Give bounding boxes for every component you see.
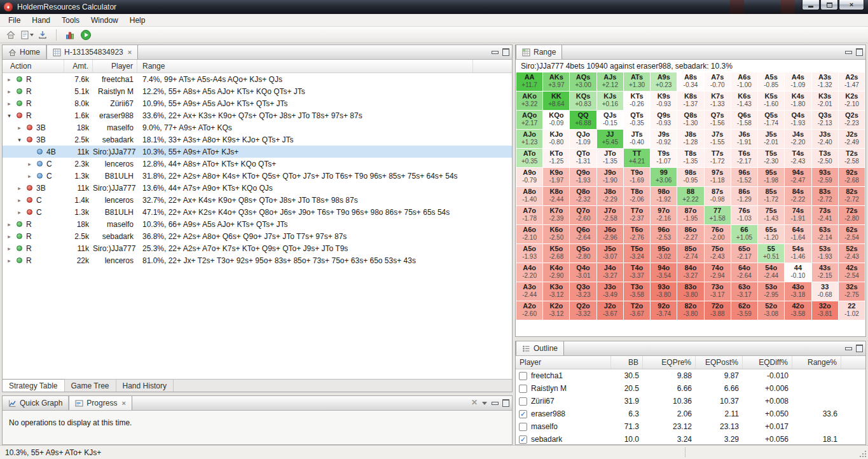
range-cell-52o[interactable]: 52o-3.08: [758, 301, 784, 320]
range-cell-T3o[interactable]: T3o-3.58: [624, 282, 650, 301]
column-header-action[interactable]: Action: [3, 60, 64, 72]
tab-quick-graph[interactable]: Quick Graph: [3, 396, 69, 410]
range-cell-AQo[interactable]: AQo+2.17: [516, 111, 542, 129]
range-cell-86o[interactable]: 86o-2.27: [677, 225, 703, 243]
outline-row[interactable]: ✓sebadark10.03.243.29+0.05618.1: [516, 433, 865, 445]
column-header-eqpre[interactable]: EQPre%: [643, 356, 696, 369]
range-cell-Q9s[interactable]: Q9s-0.93: [651, 111, 677, 129]
range-cell-65s[interactable]: 65s-1.20: [758, 225, 784, 243]
column-header-amt[interactable]: Amt.: [64, 60, 93, 72]
range-cell-K3s[interactable]: K3s-2.01: [812, 92, 838, 110]
range-cell-KTo[interactable]: KTo-1.25: [543, 149, 569, 167]
range-cell-K7s[interactable]: K7s-1.33: [705, 92, 731, 110]
range-cell-A4o[interactable]: A4o-2.20: [516, 263, 542, 282]
range-cell-A5o[interactable]: A5o-1.93: [516, 244, 542, 263]
range-cell-T4s[interactable]: T4s-2.43: [785, 149, 811, 167]
range-cell-K7o[interactable]: K7o-2.39: [543, 206, 569, 224]
export-button[interactable]: [36, 28, 50, 42]
range-cell-J2s[interactable]: J2s-2.49: [839, 130, 865, 148]
range-cell-52s[interactable]: 52s-2.43: [839, 244, 865, 263]
range-cell-54o[interactable]: 54o-2.44: [758, 263, 784, 282]
strategy-row[interactable]: ▸3B11kSiro:)JJa77713.6%, 44+ A7s+ A9o+ K…: [3, 182, 512, 194]
range-cell-22[interactable]: 22-1.02: [839, 301, 865, 320]
range-cell-94s[interactable]: 94s-2.47: [785, 168, 811, 186]
range-cell-T9s[interactable]: T9s-1.07: [651, 149, 677, 167]
expand-arrow-icon[interactable]: ▸: [25, 173, 34, 179]
range-cell-K6s[interactable]: K6s-1.43: [731, 92, 757, 110]
range-cell-J5s[interactable]: J5s-2.01: [758, 130, 784, 148]
range-cell-T6o[interactable]: T6o-2.76: [624, 225, 650, 243]
range-cell-T8o[interactable]: T8o-2.06: [624, 187, 650, 205]
window-maximize-button[interactable]: [820, 0, 838, 10]
range-cell-96s[interactable]: 96s-1.52: [731, 168, 757, 186]
range-cell-76o[interactable]: 76o-2.00: [705, 225, 731, 243]
graph-button[interactable]: [63, 28, 77, 42]
range-cell-A5s[interactable]: A5s-0.85: [758, 72, 784, 91]
close-tab-icon[interactable]: ×: [128, 48, 132, 56]
close-tab-icon[interactable]: ×: [121, 399, 125, 407]
tab-strategy-table[interactable]: Strategy Table: [3, 379, 65, 392]
range-cell-84o[interactable]: 84o-3.27: [677, 263, 703, 282]
range-cell-Q7s[interactable]: Q7s-1.56: [705, 111, 731, 129]
outline-row[interactable]: freetcha130.59.889.87-0.010: [516, 369, 865, 382]
range-cell-QQ[interactable]: QQ+6.88: [570, 111, 596, 129]
range-cell-87o[interactable]: 87o-1.95: [677, 206, 703, 224]
range-cell-ATs[interactable]: ATs+1.30: [624, 72, 650, 91]
range-cell-K8o[interactable]: K8o-2.44: [543, 187, 569, 205]
column-header-player[interactable]: Player: [516, 356, 611, 369]
column-header-player[interactable]: Player: [93, 60, 137, 72]
range-cell-84s[interactable]: 84s-2.22: [785, 187, 811, 205]
range-cell-92o[interactable]: 92o-3.74: [651, 301, 677, 320]
maximize-view-icon[interactable]: [856, 48, 862, 55]
range-cell-93o[interactable]: 93o-3.80: [651, 282, 677, 301]
range-cell-73s[interactable]: 73s-2.41: [812, 206, 838, 224]
range-cell-TT[interactable]: TT+4.21: [624, 149, 650, 167]
range-cell-T8s[interactable]: T8s-1.35: [677, 149, 703, 167]
range-cell-J9s[interactable]: J9s-0.92: [651, 130, 677, 148]
range-cell-Q9o[interactable]: Q9o-1.93: [570, 168, 596, 186]
range-cell-J6o[interactable]: J6o-2.96: [597, 225, 623, 243]
range-cell-J3s[interactable]: J3s-2.40: [812, 130, 838, 148]
range-cell-J7s[interactable]: J7s-1.55: [705, 130, 731, 148]
expand-arrow-icon[interactable]: ▸: [15, 209, 24, 216]
range-cell-A8s[interactable]: A8s-0.34: [677, 72, 703, 91]
range-cell-AQs[interactable]: AQs+3.00: [570, 72, 596, 91]
range-cell-K2o[interactable]: K2o-3.12: [543, 301, 569, 320]
menu-help[interactable]: Help: [124, 15, 151, 26]
strategy-row[interactable]: ▸R2.5ksebadark36.8%, 22+ A2s+ A8o+ Q6s+ …: [3, 230, 512, 242]
range-cell-94o[interactable]: 94o-3.54: [651, 263, 677, 282]
range-cell-43s[interactable]: 43s-2.15: [812, 263, 838, 282]
range-cell-55[interactable]: 55+0.51: [758, 244, 784, 263]
range-cell-T2s[interactable]: T2s-2.58: [839, 149, 865, 167]
tab-hand-history[interactable]: Hand History: [116, 380, 174, 392]
checkbox-checked[interactable]: ✓: [519, 410, 527, 418]
range-cell-AJs[interactable]: AJs+2.12: [597, 72, 623, 91]
range-cell-87s[interactable]: 87s-0.98: [705, 187, 731, 205]
home-button[interactable]: [4, 28, 18, 42]
range-cell-Q4s[interactable]: Q4s-1.93: [785, 111, 811, 129]
range-cell-97s[interactable]: 97s-1.18: [705, 168, 731, 186]
range-cell-T9o[interactable]: T9o-1.69: [624, 168, 650, 186]
range-cell-95s[interactable]: 95s-1.98: [758, 168, 784, 186]
range-cell-A3o[interactable]: A3o-2.44: [516, 282, 542, 301]
strategy-row[interactable]: 4B11kSiro:)JJa77710.3%, 55+ A9s+ ATo+ KJ…: [3, 146, 512, 158]
strategy-row[interactable]: ▸C1.3kB81ULH47.1%, 22+ Ax+ K2s+ K4o+ Q3s…: [3, 206, 512, 218]
range-cell-A7o[interactable]: A7o-1.78: [516, 206, 542, 224]
strategy-row[interactable]: ▸R11kSiro:)JJa77725.3%, 22+ A2s+ A7o+ K7…: [3, 242, 512, 254]
range-cell-T5s[interactable]: T5s-2.30: [758, 149, 784, 167]
maximize-view-icon[interactable]: [502, 399, 509, 406]
run-calculation-button[interactable]: [79, 28, 93, 42]
range-cell-74s[interactable]: 74s-1.91: [785, 206, 811, 224]
range-cell-63s[interactable]: 63s-2.14: [812, 225, 838, 243]
range-cell-JTs[interactable]: JTs-0.40: [624, 130, 650, 148]
range-cell-QJs[interactable]: QJs-0.15: [597, 111, 623, 129]
range-cell-62o[interactable]: 62o-3.59: [731, 301, 757, 320]
maximize-view-icon[interactable]: [856, 345, 862, 351]
checkbox-checked[interactable]: ✓: [519, 435, 527, 444]
range-cell-K4s[interactable]: K4s-1.80: [785, 92, 811, 110]
range-cell-KQo[interactable]: KQo-0.09: [543, 111, 569, 129]
menu-window[interactable]: Window: [85, 15, 124, 26]
range-cell-72s[interactable]: 72s-2.80: [839, 206, 865, 224]
range-cell-42s[interactable]: 42s-2.54: [839, 263, 865, 282]
strategy-row[interactable]: ▸C1.3kB81ULH31.8%, 22+ A2s+ A8o+ K4s+ KT…: [3, 170, 512, 182]
